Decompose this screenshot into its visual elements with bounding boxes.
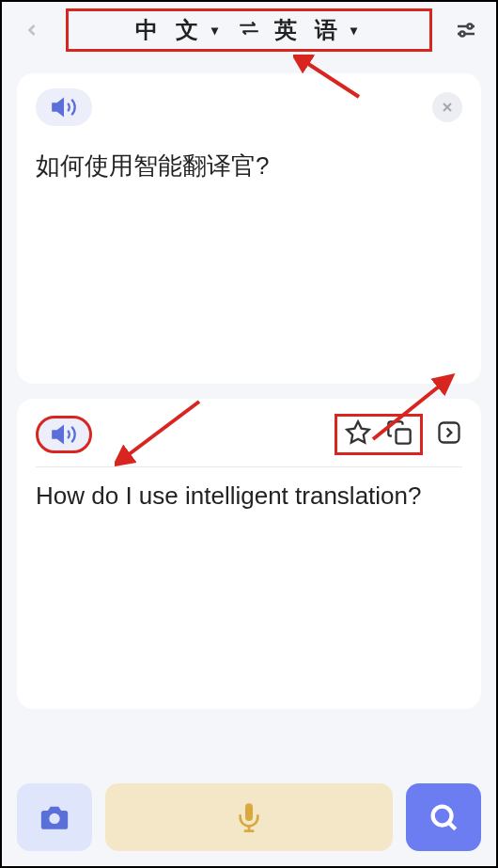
clear-button[interactable] bbox=[432, 92, 462, 122]
source-text-card: 如何使用智能翻译官? bbox=[17, 73, 481, 384]
speaker-icon bbox=[51, 421, 77, 448]
close-icon bbox=[440, 100, 455, 115]
back-button[interactable] bbox=[17, 15, 47, 45]
microphone-icon bbox=[234, 802, 264, 832]
svg-line-15 bbox=[449, 823, 456, 829]
source-toolbar bbox=[36, 88, 462, 137]
app-header: 中 文 ▾ 英 语 ▾ bbox=[2, 2, 496, 58]
source-speak-button[interactable] bbox=[36, 88, 92, 126]
svg-marker-7 bbox=[53, 427, 63, 442]
target-text: How do I use intelligent translation? bbox=[36, 479, 462, 513]
search-icon bbox=[428, 801, 459, 833]
speaker-icon bbox=[51, 94, 77, 120]
svg-point-3 bbox=[460, 32, 465, 37]
chevron-left-icon bbox=[23, 21, 41, 39]
camera-button[interactable] bbox=[17, 783, 92, 851]
copy-icon bbox=[386, 419, 412, 446]
svg-rect-10 bbox=[440, 423, 459, 443]
language-selector-bar: 中 文 ▾ 英 语 ▾ bbox=[66, 8, 432, 52]
camera-icon bbox=[39, 801, 70, 833]
microphone-button[interactable] bbox=[105, 783, 393, 851]
sliders-icon bbox=[455, 19, 477, 41]
search-button[interactable] bbox=[406, 783, 481, 851]
bottom-toolbar bbox=[17, 783, 481, 851]
dropdown-triangle-icon: ▾ bbox=[350, 23, 363, 38]
svg-point-2 bbox=[468, 24, 473, 29]
settings-button[interactable] bbox=[451, 15, 481, 45]
target-toolbar bbox=[36, 414, 462, 467]
content-area: 如何使用智能翻译官? How do I use i bbox=[2, 58, 496, 724]
svg-rect-9 bbox=[397, 430, 411, 444]
source-language-dropdown[interactable]: 中 文 ▾ bbox=[135, 15, 224, 45]
swap-languages-button[interactable] bbox=[237, 16, 261, 44]
target-text-card: How do I use intelligent translation? bbox=[17, 399, 481, 709]
svg-marker-4 bbox=[53, 100, 63, 115]
star-icon bbox=[345, 419, 371, 446]
favorite-button[interactable] bbox=[345, 419, 371, 450]
copy-button[interactable] bbox=[386, 419, 412, 450]
target-speak-button[interactable] bbox=[36, 416, 92, 453]
svg-marker-8 bbox=[347, 421, 368, 442]
target-tools-group bbox=[335, 414, 423, 455]
export-button[interactable] bbox=[436, 419, 462, 450]
target-language-dropdown[interactable]: 英 语 ▾ bbox=[274, 15, 363, 45]
source-language-label: 中 文 bbox=[135, 15, 204, 45]
svg-point-14 bbox=[433, 807, 452, 826]
source-text[interactable]: 如何使用智能翻译官? bbox=[36, 149, 462, 182]
target-language-label: 英 语 bbox=[274, 15, 343, 45]
swap-icon bbox=[237, 16, 261, 40]
export-icon bbox=[436, 419, 462, 446]
svg-point-11 bbox=[49, 813, 59, 824]
dropdown-triangle-icon: ▾ bbox=[211, 23, 224, 38]
